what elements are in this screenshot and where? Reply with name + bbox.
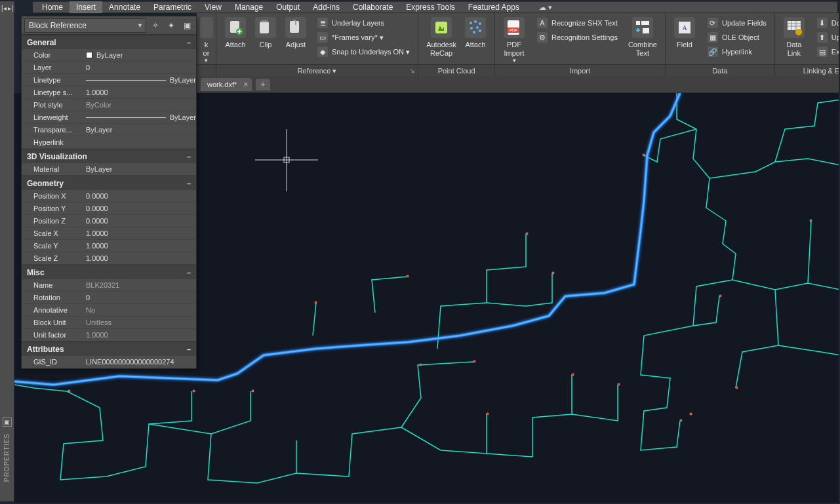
prop-row[interactable]: AnnotativeNo (22, 304, 196, 317)
new-tab-button[interactable]: ＋ (256, 79, 270, 90)
prop-row[interactable]: NameBLK20321 (22, 279, 196, 292)
prop-value[interactable]: 0 (83, 62, 196, 73)
datalink-icon (784, 17, 805, 38)
prop-value[interactable]: BLK20321 (83, 279, 196, 291)
menu-collaborate[interactable]: Collaborate (346, 1, 399, 13)
collapse-icon[interactable]: – (187, 342, 191, 357)
panel-title-reference[interactable]: Reference ▾ ↘ (216, 64, 418, 76)
autodesk-recap-button[interactable]: Autodesk ReCap (424, 16, 459, 59)
dialog-launcher-icon[interactable]: ↘ (410, 65, 415, 76)
toggle-pickadd-icon[interactable]: ▣ (180, 19, 193, 32)
menu-home[interactable]: Home (35, 1, 70, 13)
prop-value[interactable]: 1.0000 (83, 252, 196, 264)
prop-row[interactable]: Scale Y1.0000 (22, 240, 196, 252)
menu-featured-apps[interactable]: Featured Apps (462, 1, 526, 13)
field-button[interactable]: A Field (671, 16, 698, 50)
prop-row[interactable]: Position Z0.0000 (22, 215, 196, 227)
cloud-status-icon[interactable]: ☁ ▾ (539, 3, 552, 12)
prop-row[interactable]: Unit factor1.0000 (22, 329, 196, 341)
snap-to-underlays-dropdown[interactable]: ◆ Snap to Underlays ON ▾ (313, 45, 414, 58)
prop-row[interactable]: LinetypeByLayer (22, 74, 196, 87)
recognize-shx-button[interactable]: A Recognize SHX Text (533, 16, 622, 29)
prop-value[interactable]: ByColor (83, 99, 196, 111)
svg-text:A: A (682, 24, 687, 31)
prop-row[interactable]: Hyperlink (22, 136, 196, 149)
prop-row[interactable]: Position X0.0000 (22, 190, 196, 203)
prop-value[interactable]: ByLayer (83, 163, 196, 175)
adjust-button[interactable]: Adjust (282, 16, 310, 50)
prop-value[interactable]: No (83, 304, 196, 316)
pdf-import-button[interactable]: PDF PDF Import ▾ (500, 16, 528, 64)
prop-row[interactable]: GIS_IDLINE000000000000000274 (22, 356, 196, 368)
prop-section-general[interactable]: General– (22, 35, 196, 49)
prop-row[interactable]: Plot styleByColor (22, 99, 196, 111)
prop-value[interactable]: 0.0000 (83, 203, 196, 214)
prop-row[interactable]: Rotation0 (22, 292, 196, 304)
prop-row[interactable]: Block UnitUnitless (22, 317, 196, 329)
menu-insert[interactable]: Insert (70, 1, 102, 13)
prop-row[interactable]: ColorByLayer (22, 49, 196, 62)
prop-section-attributes[interactable]: Attributes– (22, 341, 196, 356)
data-link-button[interactable]: Data Link (780, 16, 808, 59)
menu-manage[interactable]: Manage (228, 1, 270, 13)
prop-row[interactable]: MaterialByLayer (22, 163, 196, 176)
collapse-icon[interactable]: – (187, 149, 191, 164)
prop-section-geometry[interactable]: Geometry– (22, 176, 196, 190)
prop-row[interactable]: Scale X1.0000 (22, 227, 196, 240)
collapse-icon[interactable]: – (187, 176, 191, 191)
prop-row[interactable]: Position Y0.0000 (22, 203, 196, 215)
attach-button[interactable]: Attach (222, 16, 249, 50)
file-tab[interactable]: work.dxf* × (201, 78, 252, 91)
prop-value[interactable]: ByLayer (83, 49, 196, 61)
prop-section-misc[interactable]: Misc– (22, 265, 196, 279)
prop-value[interactable]: 0.0000 (83, 190, 196, 202)
collapse-icon[interactable]: – (187, 35, 191, 50)
update-fields-button[interactable]: ⟳ Update Fields (704, 16, 770, 29)
collapse-icon[interactable]: – (187, 265, 191, 280)
close-icon[interactable]: × (243, 80, 248, 89)
prop-row[interactable]: Scale Z1.0000 (22, 252, 196, 265)
recognition-settings-button[interactable]: ⚙ Recognition Settings (533, 31, 622, 44)
prop-section-viz[interactable]: 3D Visualization– (22, 149, 196, 163)
combine-text-button[interactable]: Combine Text (626, 16, 660, 59)
upload-source-button[interactable]: ⬆ Upload to Source (813, 31, 839, 44)
prop-value[interactable]: 1.0000 (83, 240, 196, 252)
menu-view[interactable]: View (198, 1, 228, 13)
underlay-layers-button[interactable]: ≣ Underlay Layers (313, 16, 414, 29)
prop-value[interactable]: 1.0000 (83, 227, 196, 239)
truncated-panel-button[interactable]: k or ▾ (199, 16, 213, 64)
ole-object-button[interactable]: ▦ OLE Object (704, 31, 770, 44)
hyperlink-button[interactable]: 🔗 Hyperlink (704, 45, 770, 58)
object-type-selector[interactable]: Block Reference ▼ (24, 18, 146, 33)
prop-value[interactable]: 1.0000 (83, 329, 196, 341)
menu-parametric[interactable]: Parametric (147, 1, 198, 13)
prop-value[interactable]: Unitless (83, 317, 196, 328)
prop-row[interactable]: LineweightByLayer (22, 111, 196, 124)
menu-addins[interactable]: Add-ins (306, 1, 346, 13)
prop-value[interactable]: 0.0000 (83, 215, 196, 227)
pin-icon[interactable]: ▣ (3, 417, 12, 427)
prop-value[interactable]: ByLayer (83, 124, 196, 136)
menu-express-tools[interactable]: Express Tools (399, 1, 461, 13)
pdf-icon: PDF (504, 17, 525, 38)
clip-button[interactable]: Clip (252, 16, 279, 50)
pointcloud-attach-button[interactable]: Attach (462, 16, 489, 50)
download-source-button[interactable]: ⬇ Download from S (813, 16, 839, 29)
quick-select-icon[interactable]: ✧ (149, 19, 162, 32)
select-objects-icon[interactable]: ✦ (165, 19, 178, 32)
prop-value[interactable]: 0 (83, 292, 196, 303)
prop-row[interactable]: Linetype s...1.0000 (22, 87, 196, 99)
extract-data-button[interactable]: ▤ Extract Data (813, 45, 839, 58)
prop-row[interactable]: Transpare...ByLayer (22, 124, 196, 136)
layers-icon: ≣ (317, 18, 328, 28)
quick-access-handle[interactable]: |◂ ▸| (0, 1, 14, 14)
prop-value[interactable]: ByLayer (83, 111, 196, 123)
frames-vary-dropdown[interactable]: ▭ *Frames vary* ▾ (313, 31, 414, 44)
prop-row[interactable]: Layer0 (22, 62, 196, 74)
menu-output[interactable]: Output (270, 1, 306, 13)
prop-value[interactable]: 1.0000 (83, 87, 196, 98)
prop-value[interactable]: ByLayer (83, 74, 196, 86)
prop-value[interactable]: LINE000000000000000274 (83, 356, 196, 368)
prop-value[interactable] (83, 136, 196, 148)
menu-annotate[interactable]: Annotate (102, 1, 147, 13)
